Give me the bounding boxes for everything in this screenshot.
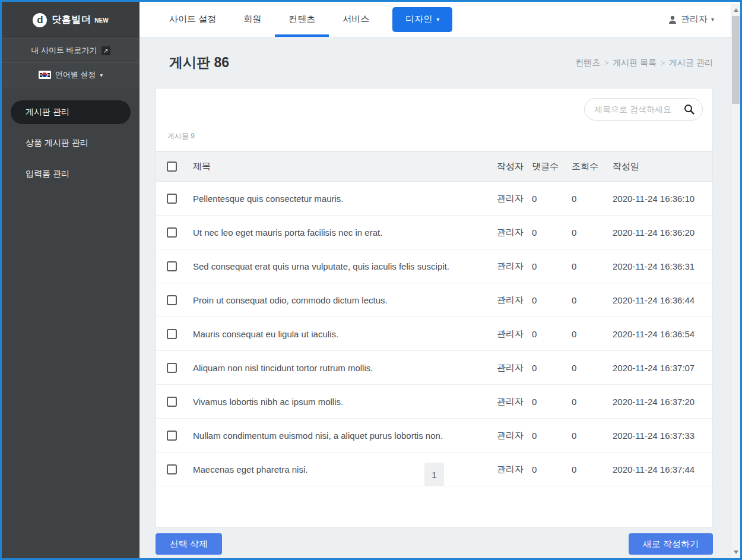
my-site-shortcut[interactable]: 내 사이트 바로가기 ↗ [2,39,139,63]
table-row[interactable]: Proin ut consequat odio, commodo dictum … [156,283,712,317]
tab-contents[interactable]: 컨텐츠 [275,2,329,37]
sidebar-item-form-management[interactable]: 입력폼 관리 [2,162,139,186]
post-title[interactable]: Mauris consequat eu ligula ut iaculis. [193,329,497,339]
post-comments: 0 [532,363,572,373]
post-author: 관리자 [497,430,532,441]
post-title[interactable]: Ut nec leo eget mauris porta facilisis n… [193,227,497,238]
shortcut-label: 내 사이트 바로가기 [31,45,97,56]
row-checkbox[interactable] [167,295,177,305]
brand-logo[interactable]: d 닷홈빌더 NEW [2,2,139,39]
bottom-actions: 선택 삭제 새로 작성하기 [156,533,713,555]
row-checkbox[interactable] [167,431,177,441]
post-title[interactable]: Proin ut consequat odio, commodo dictum … [193,295,497,305]
select-all-checkbox[interactable] [167,162,177,172]
row-checkbox[interactable] [167,329,177,339]
post-title[interactable]: Nullam condimentum euismod nisi, a aliqu… [193,431,497,441]
table-row[interactable]: Sed consequat erat quis urna vulputate, … [156,249,712,283]
post-title[interactable]: Pellentesque quis consectetur mauris. [193,194,497,204]
row-checkbox[interactable] [167,397,177,407]
post-title[interactable]: Aliquam non nisl tincidunt tortor rutrum… [193,363,497,373]
breadcrumb-separator: > [604,59,608,67]
post-date: 2020-11-24 16:37:20 [613,397,712,407]
post-author: 관리자 [497,328,532,340]
table-row[interactable]: Aliquam non nisl tincidunt tortor rutrum… [156,351,712,385]
post-views: 0 [572,194,613,204]
delete-selected-button[interactable]: 선택 삭제 [156,533,222,555]
row-checkbox[interactable] [167,227,177,238]
sidebar: d 닷홈빌더 NEW 내 사이트 바로가기 ↗ 언어별 설정 ▾ 게시판 관리 … [2,2,139,558]
post-views: 0 [572,363,613,373]
admin-user-menu[interactable]: 관리자 ▾ [668,14,714,25]
tab-site-settings[interactable]: 사이트 설정 [156,2,230,37]
row-checkbox[interactable] [167,194,177,204]
post-date: 2020-11-24 16:36:54 [613,329,712,339]
page-button-1[interactable]: 1 [424,463,444,486]
app-window: d 닷홈빌더 NEW 내 사이트 바로가기 ↗ 언어별 설정 ▾ 게시판 관리 … [0,0,742,560]
column-author: 작성자 [497,161,532,172]
page-header: 게시판 86 컨텐츠 > 게시판 목록 > 게시글 관리 [156,37,713,88]
post-comments: 0 [532,295,572,305]
posts-table: 제목 작성자 댓글수 조회수 작성일 Pellentesque quis con… [156,151,712,486]
post-date: 2020-11-24 16:36:20 [613,227,712,238]
sidebar-item-board-management[interactable]: 게시판 관리 [11,100,131,124]
create-new-button[interactable]: 새로 작성하기 [629,533,713,555]
column-views: 조회수 [572,161,613,172]
brand-name: 닷홈빌더 [52,14,91,26]
post-date: 2020-11-24 16:36:31 [613,261,712,271]
breadcrumb-post-management[interactable]: 게시글 관리 [669,58,713,68]
post-author: 관리자 [497,295,532,306]
table-row[interactable]: Mauris consequat eu ligula ut iaculis. 관… [156,317,712,351]
post-author: 관리자 [497,227,532,238]
post-comments: 0 [532,329,572,339]
post-author: 관리자 [497,362,532,374]
post-title[interactable]: Vivamus lobortis nibh ac ipsum mollis. [193,397,497,407]
sidebar-item-product-board-management[interactable]: 상품 게시판 관리 [2,131,139,155]
breadcrumb-separator: > [661,59,665,67]
table-row[interactable]: Nullam condimentum euismod nisi, a aliqu… [156,419,712,453]
breadcrumb-contents[interactable]: 컨텐츠 [575,58,600,68]
post-author: 관리자 [497,193,532,204]
search-box [584,98,703,121]
post-comments: 0 [532,261,572,271]
vertical-scrollbar[interactable] [731,4,740,558]
post-author: 관리자 [497,396,532,407]
language-settings[interactable]: 언어별 설정 ▾ [2,63,139,87]
post-views: 0 [572,397,613,407]
post-date: 2020-11-24 16:37:33 [613,431,712,441]
table-row[interactable]: Ut nec leo eget mauris porta facilisis n… [156,216,712,249]
korea-flag-icon [39,71,51,79]
tab-services[interactable]: 서비스 [329,2,383,37]
post-date: 2020-11-24 16:36:10 [613,194,712,204]
scroll-up-icon[interactable] [731,5,740,15]
scrollbar-thumb[interactable] [732,16,740,104]
tab-members[interactable]: 회원 [230,2,275,37]
chevron-down-icon: ▾ [436,16,439,23]
column-date: 작성일 [613,161,712,172]
table-header-row: 제목 작성자 댓글수 조회수 작성일 [156,151,712,182]
column-title: 제목 [193,161,497,172]
pagination: 1 [156,463,712,486]
post-comments: 0 [532,431,572,441]
table-body: Pellentesque quis consectetur mauris. 관리… [156,182,712,486]
breadcrumb-board-list[interactable]: 게시판 목록 [613,58,657,68]
brand-new-badge: NEW [94,17,108,24]
design-button[interactable]: 디자인 ▾ [392,7,452,32]
post-comments: 0 [532,227,572,238]
main-content: 게시판 86 컨텐츠 > 게시판 목록 > 게시글 관리 게시물 9 제목 작성… [139,37,731,558]
person-icon [668,15,677,24]
search-icon[interactable] [683,103,695,115]
admin-user-label: 관리자 [681,14,708,25]
language-label: 언어별 설정 [55,69,96,80]
row-checkbox[interactable] [167,363,177,373]
row-checkbox[interactable] [167,261,177,271]
scroll-down-icon[interactable] [731,548,740,557]
external-link-icon: ↗ [102,46,110,55]
sidebar-menu: 게시판 관리 상품 게시판 관리 입력폼 관리 [2,100,139,186]
design-button-label: 디자인 [405,14,432,25]
table-row[interactable]: Pellentesque quis consectetur mauris. 관리… [156,182,712,216]
post-title[interactable]: Sed consequat erat quis urna vulputate, … [193,261,497,271]
top-navigation: 사이트 설정 회원 컨텐츠 서비스 디자인 ▾ 관리자 ▾ [139,2,740,37]
post-views: 0 [572,261,613,271]
page-title: 게시판 86 [169,53,229,72]
table-row[interactable]: Vivamus lobortis nibh ac ipsum mollis. 관… [156,385,712,419]
